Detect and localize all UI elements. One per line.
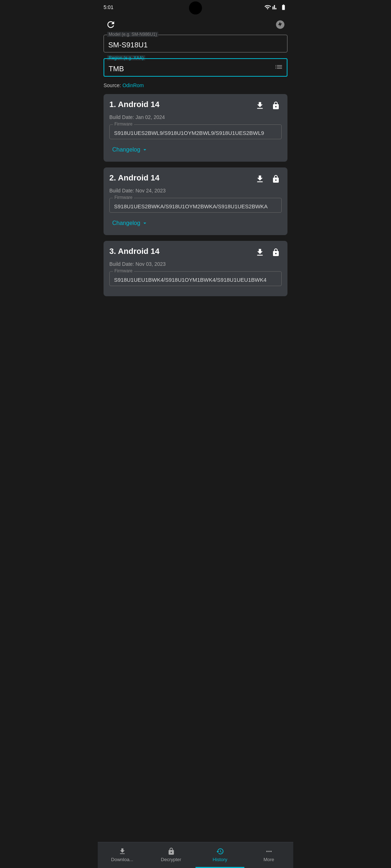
source-link[interactable]: OdinRom: [122, 82, 144, 88]
source-text: Source: OdinRom: [104, 82, 287, 88]
card-2-firmware-container: Firmware: [109, 198, 282, 213]
battery-icon: [279, 4, 287, 10]
card-3-build-date: Build Date: Nov 03, 2023: [109, 261, 282, 267]
model-input-container: Model (e.g. SM-N986U1): [104, 35, 287, 52]
main-content: Model (e.g. SM-N986U1) Region (e.g. XAA)…: [98, 35, 293, 331]
card-1-lock-button[interactable]: [270, 100, 282, 111]
region-input-container: Region (e.g. XAA): [104, 58, 287, 77]
region-input[interactable]: [104, 58, 287, 77]
signal-icon: [272, 4, 278, 10]
card-3-actions: [254, 247, 282, 258]
status-time: 5:01: [104, 4, 113, 10]
card-3-lock-button[interactable]: [270, 247, 282, 258]
firmware-card-3: 3. Android 14 Build Date: Nov 03, 2023 F…: [104, 241, 287, 296]
card-2-download-button[interactable]: [254, 173, 266, 185]
card-3-firmware-input: [109, 271, 282, 286]
card-2-lock-button[interactable]: [270, 173, 282, 185]
region-field-wrapper: [104, 58, 287, 77]
card-2-title: 2. Android 14: [109, 173, 160, 183]
card-1-firmware-container: Firmware: [109, 124, 282, 139]
card-3-title: 3. Android 14: [109, 247, 160, 256]
firmware-card-1: 1. Android 14 Build Date: Jan 02, 2024 F…: [104, 94, 287, 162]
firmware-card-2: 2. Android 14 Build Date: Nov 24, 2023 F…: [104, 167, 287, 235]
card-2-actions: [254, 173, 282, 185]
card-2-firmware-label: Firmware: [113, 195, 134, 200]
card-1-build-date: Build Date: Jan 02, 2024: [109, 114, 282, 120]
card-1-firmware-label: Firmware: [113, 122, 134, 127]
card-2-build-date: Build Date: Nov 24, 2023: [109, 188, 282, 193]
card-3-download-button[interactable]: [254, 247, 266, 258]
wifi-icon: [264, 4, 271, 10]
card-2-header: 2. Android 14: [109, 173, 282, 185]
card-1-changelog-button[interactable]: Changelog: [109, 144, 151, 156]
model-input[interactable]: [104, 35, 287, 52]
card-1-download-button[interactable]: [254, 100, 266, 111]
status-bar: 5:01: [98, 0, 293, 14]
card-2-firmware-input: [109, 198, 282, 213]
status-icons: [264, 4, 287, 10]
card-1-title: 1. Android 14: [109, 100, 160, 109]
block-button[interactable]: [273, 17, 287, 32]
notch: [189, 1, 202, 14]
card-3-firmware-container: Firmware: [109, 271, 282, 286]
list-icon[interactable]: [274, 63, 283, 73]
card-3-header: 3. Android 14: [109, 247, 282, 258]
refresh-button[interactable]: [104, 17, 118, 32]
card-3-firmware-label: Firmware: [113, 268, 134, 273]
card-1-firmware-input: [109, 124, 282, 139]
card-1-header: 1. Android 14: [109, 100, 282, 111]
card-1-actions: [254, 100, 282, 111]
card-2-changelog-button[interactable]: Changelog: [109, 217, 151, 229]
model-label: Model (e.g. SM-N986U1): [107, 32, 158, 37]
